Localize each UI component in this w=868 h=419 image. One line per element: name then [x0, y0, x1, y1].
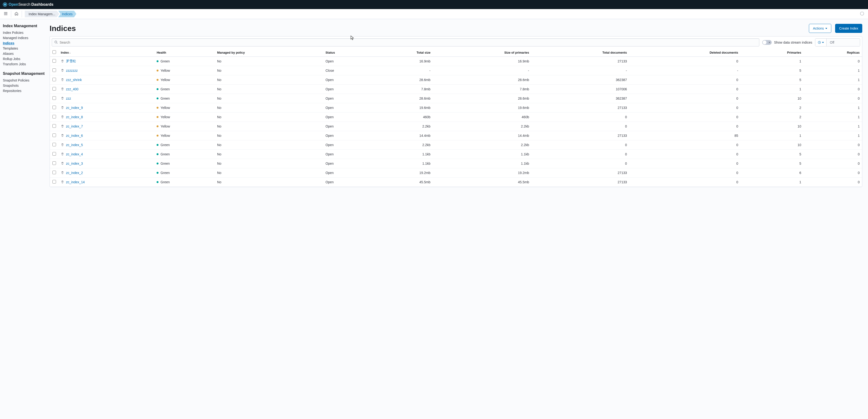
col-index[interactable]: Index↓ [58, 49, 154, 57]
sidebar-item-snapshot-policies[interactable]: Snapshot Policies [3, 78, 45, 83]
cell-primaries: 2 [741, 113, 803, 122]
col-replicas[interactable]: Replicas [804, 49, 862, 57]
cell-replicas: 0 [804, 94, 862, 103]
health-text: Green [160, 96, 170, 100]
sort-desc-icon: ↓ [69, 51, 71, 54]
index-link[interactable]: zc_index_7 [66, 124, 83, 128]
col-status[interactable]: Status [323, 49, 371, 57]
row-checkbox[interactable] [53, 143, 56, 146]
row-checkbox[interactable] [53, 152, 56, 156]
row-checkbox[interactable] [53, 180, 56, 183]
sidebar-item-repositories[interactable]: Repositories [3, 88, 45, 93]
col-primaries[interactable]: Primaries [741, 49, 803, 57]
health-text: Yellow [160, 134, 170, 138]
index-link[interactable]: zzz_400 [66, 87, 79, 91]
cell-managed: No [215, 103, 323, 113]
home-button[interactable] [12, 10, 20, 18]
col-total-size[interactable]: Total size [371, 49, 433, 57]
breadcrumb-item[interactable]: Index Managem... [25, 11, 59, 18]
cell-total-docs: 0 [531, 113, 629, 122]
search-input[interactable] [60, 40, 757, 44]
create-index-button[interactable]: Create Index [835, 24, 862, 33]
col-deleted-docs[interactable]: Deleted documents [629, 49, 741, 57]
index-link[interactable]: zc_index_4 [66, 152, 83, 156]
table-row: zc_index_6 Yellow No Open 14.4mb 14.4mb … [50, 131, 862, 140]
index-link[interactable]: zc_index_6 [66, 134, 83, 138]
select-all-checkbox[interactable] [53, 50, 56, 54]
account-button[interactable] [858, 9, 866, 18]
row-checkbox[interactable] [53, 171, 56, 174]
nav-separator [22, 11, 22, 18]
row-checkbox[interactable] [53, 133, 56, 137]
index-link[interactable]: zc_index_8 [66, 115, 83, 119]
indices-panel: ✕ Show data stream indices Off Ind [50, 36, 862, 187]
breadcrumb-item-active[interactable]: Indices [58, 11, 76, 18]
cell-primaries: 1 [741, 85, 803, 94]
index-link[interactable]: zzz_shrink [66, 78, 82, 82]
cell-replicas: 1 [804, 103, 862, 113]
menu-toggle-button[interactable] [2, 10, 9, 18]
sidebar-item-rollup-jobs[interactable]: Rollup Jobs [3, 56, 45, 61]
health-text: Yellow [160, 124, 170, 128]
row-checkbox[interactable] [53, 68, 56, 72]
cell-status: Open [323, 168, 371, 178]
row-checkbox[interactable] [53, 96, 56, 100]
cell-total-size: 45.5mb [371, 178, 433, 187]
opensearch-icon [3, 2, 7, 7]
col-total-docs[interactable]: Total documents [531, 49, 629, 57]
health-text: Green [160, 171, 170, 175]
index-link[interactable]: zc_index_9 [66, 106, 83, 110]
brand-text: OpenSearch Dashboards [8, 2, 53, 7]
index-link[interactable]: zc_index_3 [66, 161, 83, 166]
index-link[interactable]: zzzzzzz [66, 69, 78, 72]
cell-size-primaries: 1.1kb [433, 150, 531, 159]
index-link[interactable]: zc_index_2 [66, 171, 83, 175]
sidebar-item-transform-jobs[interactable]: Transform Jobs [3, 61, 45, 67]
search-wrapper[interactable] [52, 38, 759, 47]
index-link[interactable]: 罗雪松 [66, 59, 76, 63]
cell-size-primaries: 7.8mb [433, 85, 531, 94]
col-health[interactable]: Health [154, 49, 215, 57]
trash-icon [61, 87, 64, 91]
index-link[interactable]: zc_index_14 [66, 180, 85, 184]
row-checkbox[interactable] [53, 124, 56, 128]
index-link[interactable]: zc_index_5 [66, 143, 83, 147]
cell-replicas: 0 [804, 178, 862, 187]
indices-table: Index↓ Health Managed by policy Status T… [50, 49, 862, 187]
cell-status: Open [323, 94, 371, 103]
cell-managed: No [215, 85, 323, 94]
cell-replicas: 0 [804, 159, 862, 168]
col-managed[interactable]: Managed by policy [215, 49, 323, 57]
sidebar-item-templates[interactable]: Templates [3, 46, 45, 51]
row-checkbox[interactable] [53, 59, 56, 63]
health-text: Green [160, 161, 170, 166]
brand-logo[interactable]: OpenSearch Dashboards [3, 2, 53, 7]
trash-icon [61, 171, 64, 175]
sidebar-item-index-policies[interactable]: Index Policies [3, 30, 45, 35]
actions-button[interactable]: Actions [809, 24, 831, 33]
row-checkbox[interactable] [53, 106, 56, 109]
cell-size-primaries: 460b [433, 113, 531, 122]
cell-primaries: 1 [741, 131, 803, 140]
refresh-interval-button[interactable] [815, 39, 827, 46]
row-checkbox[interactable] [53, 87, 56, 91]
refresh-state[interactable]: Off [827, 39, 860, 46]
sidebar-item-indices[interactable]: Indices [3, 40, 45, 46]
toggle-thumb [763, 40, 767, 44]
health-dot-icon [157, 60, 158, 62]
index-link[interactable]: zzz [66, 96, 71, 100]
row-checkbox[interactable] [53, 115, 56, 118]
health-dot-icon [157, 97, 158, 99]
row-checkbox[interactable] [53, 161, 56, 165]
sidebar-item-aliases[interactable]: Aliases [3, 51, 45, 56]
cell-primaries: 5 [741, 66, 803, 75]
health-dot-icon [157, 172, 158, 174]
sidebar-item-managed-indices[interactable]: Managed Indices [3, 35, 45, 40]
cell-deleted-docs: 85 [629, 131, 741, 140]
health-dot-icon [157, 153, 158, 155]
data-stream-toggle[interactable]: ✕ [762, 40, 772, 45]
row-checkbox[interactable] [53, 78, 56, 81]
sidebar-item-snapshots[interactable]: Snapshots [3, 83, 45, 88]
col-size-primaries[interactable]: Size of primaries [433, 49, 531, 57]
health-text: Yellow [160, 115, 170, 119]
